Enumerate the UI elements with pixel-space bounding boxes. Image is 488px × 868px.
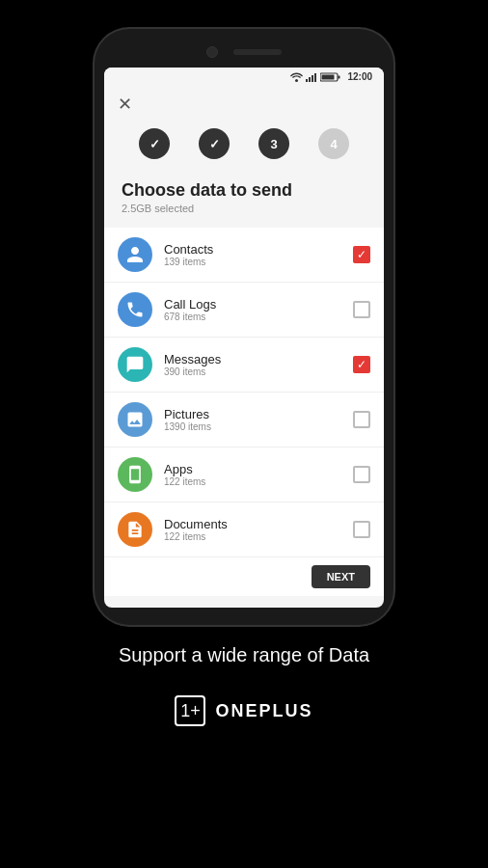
documents-icon	[118, 512, 152, 547]
speaker	[233, 49, 282, 55]
contacts-name: Contacts	[164, 242, 341, 257]
camera	[206, 46, 218, 58]
pictures-text: Pictures 1390 items	[164, 407, 341, 432]
list-item[interactable]: Documents 122 items	[104, 502, 384, 557]
call-logs-icon	[118, 292, 152, 327]
contacts-count: 139 items	[164, 257, 341, 267]
svg-point-0	[295, 79, 298, 82]
svg-rect-1	[306, 79, 308, 82]
close-icon[interactable]: ✕	[118, 94, 132, 115]
step-2-check: ✓	[209, 137, 220, 151]
contacts-checkbox[interactable]: ✓	[353, 246, 370, 263]
step-4-label: 4	[330, 137, 337, 151]
battery-icon	[320, 72, 341, 82]
screen-content: ✕ ✓ ✓ 3 4	[104, 86, 384, 596]
data-list: Contacts 139 items ✓ Call L	[104, 228, 384, 557]
svg-rect-6	[339, 75, 340, 78]
steps-row: ✓ ✓ 3 4	[104, 122, 384, 173]
list-item[interactable]: Apps 122 items	[104, 448, 384, 502]
svg-rect-2	[309, 77, 311, 82]
calllogs-text: Call Logs 678 items	[164, 297, 341, 322]
calllogs-checkbox[interactable]	[353, 301, 370, 318]
contacts-icon	[118, 237, 152, 272]
step-1-check: ✓	[149, 137, 160, 151]
step-3-label: 3	[270, 137, 277, 151]
messages-checkbox[interactable]: ✓	[353, 356, 370, 373]
pictures-count: 1390 items	[164, 421, 341, 432]
documents-text: Documents 122 items	[164, 517, 341, 542]
phone-screen: 12:00 ✕ ✓ ✓ 3	[104, 68, 384, 608]
apps-name: Apps	[164, 462, 341, 476]
section-title: Choose data to send	[104, 173, 384, 203]
bottom-section: Support a wide range of Data 1+ ONEPLUS	[0, 644, 488, 726]
calllogs-name: Call Logs	[164, 297, 341, 312]
oneplus-symbol: 1+	[175, 695, 205, 726]
apps-checkbox[interactable]	[353, 466, 370, 483]
next-button-preview[interactable]: NEXT	[312, 565, 370, 588]
status-time: 12:00	[347, 71, 372, 82]
step-2: ✓	[199, 128, 230, 159]
pictures-checkbox[interactable]	[353, 411, 370, 428]
contacts-text: Contacts 139 items	[164, 242, 341, 267]
documents-count: 122 items	[164, 531, 341, 542]
bottom-bar-preview: NEXT	[104, 557, 384, 596]
messages-count: 390 items	[164, 366, 341, 377]
step-4: 4	[318, 128, 349, 159]
pictures-name: Pictures	[164, 407, 341, 421]
status-bar: 12:00	[104, 68, 384, 86]
documents-checkbox[interactable]	[353, 521, 370, 538]
messages-icon	[118, 347, 152, 382]
phone-top-bar	[104, 46, 384, 58]
messages-text: Messages 390 items	[164, 352, 341, 377]
status-icons: 12:00	[290, 71, 372, 82]
step-3: 3	[258, 128, 289, 159]
list-item[interactable]: Pictures 1390 items	[104, 393, 384, 448]
list-item[interactable]: Call Logs 678 items	[104, 283, 384, 338]
messages-name: Messages	[164, 352, 341, 366]
phone-wrapper: 12:00 ✕ ✓ ✓ 3	[95, 29, 393, 625]
close-button-row: ✕	[104, 86, 384, 122]
pictures-icon	[118, 402, 152, 437]
section-subtitle: 2.5GB selected	[104, 203, 384, 226]
oneplus-logo: 1+ ONEPLUS	[175, 695, 312, 726]
list-item[interactable]: Messages 390 items ✓	[104, 338, 384, 393]
list-item[interactable]: Contacts 139 items ✓	[104, 228, 384, 283]
svg-rect-3	[312, 75, 313, 82]
documents-name: Documents	[164, 517, 341, 531]
signal-icon	[306, 72, 317, 82]
apps-icon	[118, 457, 152, 492]
svg-rect-4	[314, 73, 316, 82]
wifi-icon	[290, 72, 303, 82]
phone-frame: 12:00 ✕ ✓ ✓ 3	[95, 29, 393, 625]
svg-rect-7	[322, 74, 335, 79]
calllogs-count: 678 items	[164, 312, 341, 322]
apps-count: 122 items	[164, 476, 341, 487]
apps-text: Apps 122 items	[164, 462, 341, 487]
oneplus-text: ONEPLUS	[215, 701, 312, 721]
step-1: ✓	[139, 128, 170, 159]
tagline: Support a wide range of Data	[119, 644, 369, 666]
